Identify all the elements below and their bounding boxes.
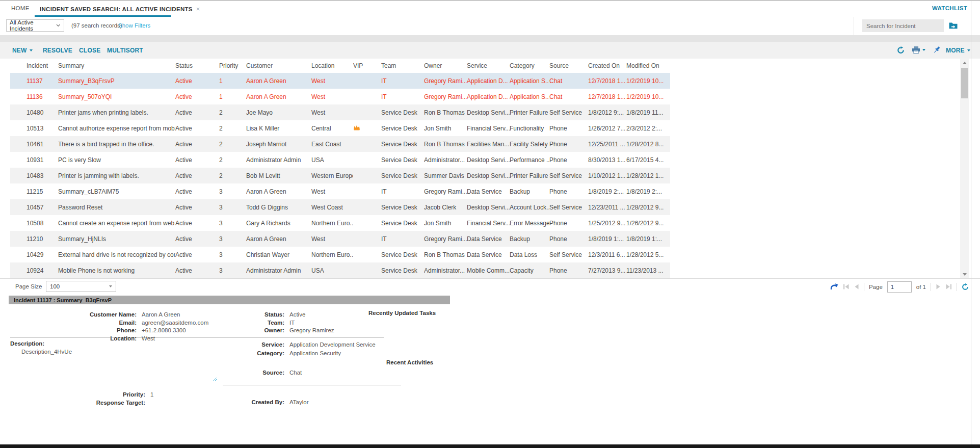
cell-modified_on: 1/28/2012 8...	[626, 141, 670, 148]
priority-label: Priority:	[10, 391, 145, 399]
cell-service: Facilities Man...	[467, 141, 510, 148]
divider	[864, 283, 864, 291]
cell-team: Service Desk	[381, 125, 424, 132]
cell-summary: There is a bird trapped in the office.	[58, 141, 175, 148]
column-header-modified-on[interactable]: Modified On	[626, 62, 670, 69]
cell-created_on: 12/23/2011 ...	[588, 204, 626, 211]
source-label: Source:	[219, 369, 284, 377]
chevron-down-icon	[109, 285, 112, 287]
cell-priority: 3	[219, 251, 246, 258]
scroll-up-button[interactable]	[960, 59, 969, 67]
show-filters-link[interactable]: Show Filters	[118, 22, 150, 29]
cell-owner: Jon Smith	[424, 125, 467, 132]
column-header-customer[interactable]: Customer	[246, 62, 311, 69]
cell-location: USA	[311, 156, 353, 164]
table-row-incident-10508[interactable]: 10508Cannot create an expense report fro…	[10, 215, 670, 231]
column-header-priority[interactable]: Priority	[219, 62, 246, 69]
page-size-select[interactable]: 100	[46, 281, 116, 292]
more-button[interactable]: MORE	[946, 47, 970, 54]
column-header-incident[interactable]: Incident	[10, 62, 58, 69]
arrow-up-icon	[963, 62, 967, 64]
table-row-incident-11137[interactable]: 11137Summary_B3qFrsvPActive1Aaron A Gree…	[10, 73, 670, 89]
source-value: Chat	[289, 370, 302, 376]
column-header-service[interactable]: Service	[467, 62, 510, 69]
source-group: Source:Chat	[219, 369, 302, 377]
cell-summary: External hard drive is not recognized by…	[58, 251, 175, 258]
column-header-category[interactable]: Category	[510, 62, 549, 69]
cell-priority: 3	[219, 188, 246, 195]
last-page-button[interactable]	[945, 284, 952, 289]
cell-priority: 3	[219, 220, 246, 227]
cell-status: Active	[175, 220, 219, 227]
incident-grid: IncidentSummaryStatusPriorityCustomerLoc…	[0, 59, 980, 278]
table-row-incident-10513[interactable]: 10513Cannot authorize expense report fro…	[10, 120, 670, 136]
column-header-vip[interactable]: VIP	[353, 62, 381, 69]
watchlist-link[interactable]: WATCHLIST	[932, 5, 967, 11]
incident-detail-panel: Incident 11137 : Summary_B3qFrsvP Custom…	[0, 294, 980, 444]
table-row-incident-10480[interactable]: 10480Printer jams when printing labels.A…	[10, 104, 670, 120]
detail-header-bar: Incident 11137 : Summary_B3qFrsvP	[9, 296, 450, 304]
cell-service: Application D...	[467, 93, 510, 100]
saved-search-select[interactable]: All Active Incidents	[6, 19, 64, 32]
cell-summary: Printer is jamming with labels.	[58, 172, 175, 179]
cell-source: Phone	[549, 156, 588, 164]
refresh-grid-button[interactable]	[897, 46, 905, 54]
cell-created_on: 7/27/2013 9...	[588, 267, 626, 274]
column-header-created-on[interactable]: Created On	[588, 62, 626, 69]
column-header-owner[interactable]: Owner	[424, 62, 467, 69]
revert-selection-button[interactable]	[830, 283, 838, 291]
service-value: Application Development Service	[289, 341, 376, 348]
tab-home[interactable]: HOME	[11, 5, 30, 11]
cell-summary: Cannot create an expense report from web…	[58, 220, 175, 227]
table-row-incident-11136[interactable]: 11136Summary_507oYQIActive1Aaron A Green…	[10, 89, 670, 104]
grid-scrollbar[interactable]	[960, 59, 969, 278]
table-row-incident-10924[interactable]: 10924Mobile Phone is not workingActive3A…	[10, 262, 670, 278]
grid-toolbar: NEW RESOLVE CLOSE MULTISORT	[0, 42, 980, 59]
cell-modified_on: 1/8/2019 1:...	[626, 235, 670, 243]
table-row-incident-10931[interactable]: 10931PC is very SlowActive2Administrator…	[10, 152, 670, 168]
new-button[interactable]: NEW	[12, 47, 33, 54]
cell-incident: 11137	[10, 77, 58, 85]
search-input[interactable]	[862, 23, 947, 29]
next-page-button[interactable]	[936, 284, 941, 289]
resize-handle-icon[interactable]	[213, 377, 217, 381]
table-row-incident-10457[interactable]: 10457Password ResetActive3Todd G Diggins…	[10, 199, 670, 215]
column-header-team[interactable]: Team	[381, 62, 424, 69]
resolve-button[interactable]: RESOLVE	[43, 47, 72, 54]
column-header-location[interactable]: Location	[311, 62, 353, 69]
cell-status: Active	[175, 204, 219, 211]
tab-bar: HOME INCIDENT SAVED SEARCH: ALL ACTIVE I…	[0, 1, 980, 17]
scrollbar-thumb[interactable]	[961, 68, 968, 98]
column-header-source[interactable]: Source	[549, 62, 588, 69]
table-row-incident-11215[interactable]: 11215Summary_cLB7AiM75Active3Aaron A Gre…	[10, 183, 670, 199]
page-number-input[interactable]	[887, 281, 912, 293]
refresh-page-button[interactable]	[962, 283, 969, 291]
column-header-status[interactable]: Status	[175, 62, 219, 69]
cell-summary: Cannot authorize expense report from mob…	[58, 125, 175, 132]
cell-customer: Aaron A Green	[246, 188, 311, 195]
column-header-summary[interactable]: Summary	[58, 62, 175, 69]
cell-incident: 10429	[10, 251, 58, 258]
print-button[interactable]	[912, 46, 925, 54]
pin-view-button[interactable]	[933, 46, 941, 54]
cell-source: Phone	[549, 267, 588, 274]
tab-close-icon[interactable]: ×	[196, 6, 200, 12]
multisort-button[interactable]: MULTISORT	[107, 47, 143, 54]
cell-incident: 10483	[10, 172, 58, 179]
pin-icon	[933, 46, 941, 54]
cell-customer: Christian Wayer	[246, 251, 311, 258]
table-row-incident-11210[interactable]: 11210Summary_HjNLIsActive3Aaron A GreenW…	[10, 231, 670, 247]
team-value: IT	[289, 320, 295, 326]
cell-category: Backup	[510, 188, 549, 195]
first-page-button[interactable]	[843, 284, 850, 289]
chevron-down-icon	[922, 49, 925, 51]
scroll-down-button[interactable]	[960, 270, 969, 278]
table-row-incident-10429[interactable]: 10429External hard drive is not recogniz…	[10, 247, 670, 262]
open-search-folder-button[interactable]	[949, 22, 958, 31]
table-row-incident-10461[interactable]: 10461There is a bird trapped in the offi…	[10, 136, 670, 152]
tab-incident-saved-search[interactable]: INCIDENT SAVED SEARCH: ALL ACTIVE INCIDE…	[37, 1, 203, 17]
previous-page-button[interactable]	[854, 284, 859, 289]
cell-service: Financial Serv...	[467, 220, 510, 227]
close-button[interactable]: CLOSE	[79, 47, 100, 54]
table-row-incident-10483[interactable]: 10483Printer is jamming with labels.Acti…	[10, 168, 670, 183]
